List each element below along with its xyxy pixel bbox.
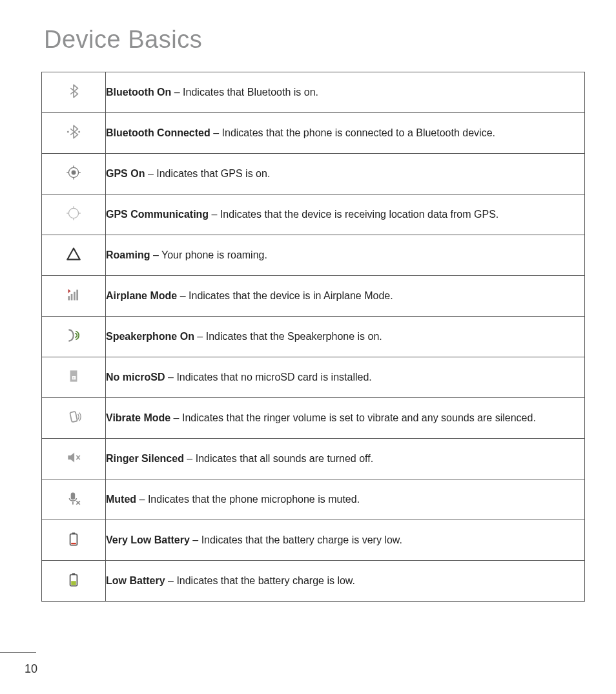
term: Low Battery (106, 575, 165, 586)
icon-cell (42, 154, 106, 195)
low-battery-icon (65, 579, 82, 590)
gps-communicating-icon (65, 213, 82, 224)
very-low-battery-icon (65, 538, 82, 549)
table-row: GPS Communicating – Indicates that the d… (42, 195, 585, 235)
term: Bluetooth On (106, 87, 171, 98)
table-row: Ringer Silenced – Indicates that all sou… (42, 439, 585, 479)
desc: Indicates that the phone is connected to… (222, 127, 495, 138)
desc: Indicates that the device is receiving l… (220, 209, 498, 220)
page-title: Device Basics (44, 26, 585, 54)
desc-cell: GPS On – Indicates that GPS is on. (106, 154, 585, 195)
bluetooth-icon (65, 90, 82, 101)
term: Ringer Silenced (106, 453, 184, 464)
table-row: Bluetooth Connected – Indicates that the… (42, 113, 585, 154)
icon-cell (42, 276, 106, 317)
page-number: 10 (25, 662, 37, 676)
desc: Indicates that the battery charge is low… (176, 575, 355, 586)
desc: Indicates that the phone microphone is m… (148, 494, 360, 505)
table-row: Airplane Mode – Indicates that the devic… (42, 276, 585, 317)
vibrate-mode-icon (65, 416, 82, 427)
icon-cell (42, 195, 106, 235)
desc-cell: Roaming – Your phone is roaming. (106, 235, 585, 276)
manual-page: Device Basics Bluetooth On – Indicates t… (0, 0, 616, 694)
icon-cell (42, 439, 106, 479)
desc: Indicates that GPS is on. (156, 168, 270, 179)
icon-cell (42, 317, 106, 357)
speakerphone-icon (65, 335, 82, 346)
table-row: Roaming – Your phone is roaming. (42, 235, 585, 276)
table-row: Bluetooth On – Indicates that Bluetooth … (42, 72, 585, 113)
bluetooth-connected-icon (65, 131, 82, 142)
icon-cell (42, 72, 106, 113)
term: Bluetooth Connected (106, 127, 210, 138)
term: Vibrate Mode (106, 412, 170, 423)
term: Very Low Battery (106, 534, 190, 545)
desc-cell: Vibrate Mode – Indicates that the ringer… (106, 398, 585, 439)
desc-cell: Bluetooth On – Indicates that Bluetooth … (106, 72, 585, 113)
ringer-silenced-icon (65, 457, 82, 468)
term: Muted (106, 494, 136, 505)
desc-cell: Low Battery – Indicates that the battery… (106, 561, 585, 602)
term: GPS On (106, 168, 145, 179)
icon-cell (42, 357, 106, 398)
table-row: GPS On – Indicates that GPS is on. (42, 154, 585, 195)
desc: Indicates that the Speakerphone is on. (206, 331, 382, 342)
icon-cell (42, 398, 106, 439)
icon-cell (42, 561, 106, 602)
desc: Indicates that no microSD card is instal… (176, 372, 371, 383)
table-row: Muted – Indicates that the phone microph… (42, 479, 585, 520)
table-row: No microSD – Indicates that no microSD c… (42, 357, 585, 398)
term: GPS Communicating (106, 209, 209, 220)
table-row: Low Battery – Indicates that the battery… (42, 561, 585, 602)
term: No microSD (106, 372, 165, 383)
desc-cell: GPS Communicating – Indicates that the d… (106, 195, 585, 235)
roaming-icon (65, 253, 82, 264)
desc-cell: Bluetooth Connected – Indicates that the… (106, 113, 585, 154)
no-microsd-icon (65, 375, 82, 386)
desc: Indicates that the ringer volume is set … (182, 412, 536, 423)
desc-cell: No microSD – Indicates that no microSD c… (106, 357, 585, 398)
icon-cell (42, 479, 106, 520)
desc-cell: Muted – Indicates that the phone microph… (106, 479, 585, 520)
term: Airplane Mode (106, 290, 177, 301)
desc: Your phone is roaming. (161, 249, 267, 260)
term: Speakerphone On (106, 331, 194, 342)
muted-icon (65, 498, 82, 509)
term: Roaming (106, 249, 150, 260)
footer-rule (0, 652, 36, 653)
desc-cell: Ringer Silenced – Indicates that all sou… (106, 439, 585, 479)
desc-cell: Airplane Mode – Indicates that the devic… (106, 276, 585, 317)
table-row: Very Low Battery – Indicates that the ba… (42, 520, 585, 561)
desc: Indicates that the battery charge is ver… (201, 534, 402, 545)
status-icons-table: Bluetooth On – Indicates that Bluetooth … (41, 72, 585, 602)
icon-cell (42, 235, 106, 276)
desc: Indicates that the device is in Airplane… (189, 290, 393, 301)
airplane-mode-icon (65, 294, 82, 305)
desc: Indicates that Bluetooth is on. (183, 87, 318, 98)
gps-on-icon (65, 172, 82, 183)
icon-cell (42, 113, 106, 154)
desc: Indicates that all sounds are turned off… (196, 453, 373, 464)
table-row: Vibrate Mode – Indicates that the ringer… (42, 398, 585, 439)
desc-cell: Speakerphone On – Indicates that the Spe… (106, 317, 585, 357)
table-row: Speakerphone On – Indicates that the Spe… (42, 317, 585, 357)
desc-cell: Very Low Battery – Indicates that the ba… (106, 520, 585, 561)
icon-cell (42, 520, 106, 561)
